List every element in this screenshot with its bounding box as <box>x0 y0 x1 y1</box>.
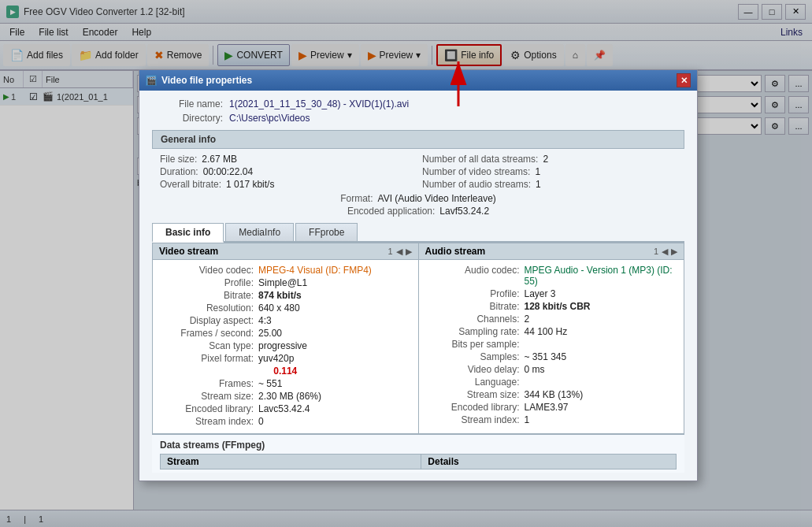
modal-overlay: 🎬 Video file properties ✕ File name: 1(2… <box>0 0 812 527</box>
audio-stream-size-label: Stream size: <box>425 389 520 400</box>
video-stream-label: Video stream <box>159 246 218 257</box>
audio-language-row: Language: <box>425 377 678 388</box>
encoded-label: Encoded application: <box>347 206 435 217</box>
video-aspect-label: Display aspect: <box>159 315 254 326</box>
encoded-row: Encoded application: Lavf53.24.2 <box>152 206 684 217</box>
duration-value: 00:00:22.04 <box>203 166 253 177</box>
bitrate-row: Overall bitrate: 1 017 kbit/s <box>160 179 414 190</box>
modal-close-button[interactable]: ✕ <box>677 73 691 87</box>
general-info-right: Number of all data streams: 2 Number of … <box>422 154 677 191</box>
video-stream-prev[interactable]: ◀ <box>396 247 402 257</box>
video-stream-panel: Video stream 1 ◀ ▶ Video codec: MPEG-4 V… <box>152 243 419 434</box>
num-video-value: 1 <box>535 166 540 177</box>
audio-stream-size-row: Stream size: 344 KB (13%) <box>425 389 678 400</box>
video-stream-size-row: Stream size: 2.30 MB (86%) <box>159 391 412 402</box>
video-frames-label: Frames: <box>159 378 254 389</box>
audio-codec-label: Audio codec: <box>425 265 520 287</box>
format-label: Format: <box>340 193 373 204</box>
audio-sampling-value: 44 100 Hz <box>525 326 568 337</box>
audio-stream-body: Audio codec: MPEG Audio - Version 1 (MP3… <box>419 260 684 432</box>
video-fps-row: Frames / second: 25.00 <box>159 328 412 339</box>
format-value: AVI (Audio Video Interleave) <box>378 193 496 204</box>
directory-row: Directory: C:\Users\pc\Videos <box>152 113 684 124</box>
num-audio-row: Number of audio streams: 1 <box>422 179 677 190</box>
audio-stream-next[interactable]: ▶ <box>671 247 677 257</box>
video-codec-label: Video codec: <box>159 265 254 276</box>
video-properties-modal: 🎬 Video file properties ✕ File name: 1(2… <box>139 69 698 481</box>
file-size-label: File size: <box>160 154 197 165</box>
file-name-row: File name: 1(2021_01_11_15_30_48) - XVID… <box>152 98 684 109</box>
video-bitrate-value: 874 kbit/s <box>258 290 302 301</box>
audio-encoded-lib-value: LAME3.97 <box>525 402 569 413</box>
tabs-bar: Basic info MediaInfo FFprobe <box>152 223 684 243</box>
video-profile-label: Profile: <box>159 277 254 288</box>
audio-codec-row: Audio codec: MPEG Audio - Version 1 (MP3… <box>425 265 678 287</box>
tab-basic-info[interactable]: Basic info <box>152 223 224 243</box>
video-stream-index-value: 0 <box>258 416 264 427</box>
video-frames-value: ~ 551 <box>258 378 282 389</box>
video-stream-num: 1 <box>387 247 392 256</box>
video-stream-size-label: Stream size: <box>159 391 254 402</box>
audio-codec-value: MPEG Audio - Version 1 (MP3) (ID: 55) <box>525 265 678 287</box>
stream-panels: Video stream 1 ◀ ▶ Video codec: MPEG-4 V… <box>152 243 684 434</box>
audio-encoded-lib-row: Encoded library: LAME3.97 <box>425 402 678 413</box>
audio-samples-value: ~ 351 345 <box>525 351 567 362</box>
audio-bits-label: Bits per sample: <box>425 339 520 350</box>
audio-stream-header-right: 1 ◀ ▶ <box>654 247 677 257</box>
audio-stream-prev[interactable]: ◀ <box>662 247 668 257</box>
video-encoded-lib-row: Encoded library: Lavc53.42.4 <box>159 403 412 414</box>
video-stream-index-row: Stream index: 0 <box>159 416 412 427</box>
video-ratio-row: 0.114 <box>159 366 412 377</box>
audio-bitrate-row: Bitrate: 128 kbit/s CBR <box>425 301 678 312</box>
col-stream: Stream <box>161 455 421 469</box>
num-streams-row: Number of all data streams: 2 <box>422 154 677 165</box>
bitrate-info-label: Overall bitrate: <box>160 179 221 190</box>
audio-stream-size-value: 344 KB (13%) <box>525 389 584 400</box>
video-resolution-row: Resolution: 640 x 480 <box>159 302 412 314</box>
video-bitrate-label: Bitrate: <box>159 290 254 301</box>
audio-stream-header: Audio stream 1 ◀ ▶ <box>419 243 684 260</box>
duration-row: Duration: 00:00:22.04 <box>160 166 414 177</box>
video-stream-body: Video codec: MPEG-4 Visual (ID: FMP4) Pr… <box>153 260 418 433</box>
video-bitrate-row: Bitrate: 874 kbit/s <box>159 290 412 301</box>
video-stream-next[interactable]: ▶ <box>406 247 412 257</box>
video-pixel-label: Pixel format: <box>159 353 254 364</box>
modal-body: File name: 1(2021_01_11_15_30_48) - XVID… <box>139 91 697 481</box>
audio-stream-index-row: Stream index: 1 <box>425 414 678 425</box>
video-codec-value: MPEG-4 Visual (ID: FMP4) <box>258 265 372 276</box>
data-streams-header: Data streams (FFmpeg) <box>160 440 677 451</box>
video-ratio-value: 0.114 <box>273 366 297 377</box>
video-aspect-row: Display aspect: 4:3 <box>159 315 412 326</box>
file-name-label: File name: <box>152 98 223 109</box>
video-stream-header: Video stream 1 ◀ ▶ <box>153 243 418 260</box>
audio-samples-row: Samples: ~ 351 345 <box>425 351 678 362</box>
modal-title-icon: 🎬 <box>146 75 157 86</box>
audio-bitrate-value: 128 kbit/s CBR <box>525 301 591 312</box>
audio-encoded-lib-label: Encoded library: <box>425 402 520 413</box>
col-details: Details <box>421 455 677 469</box>
duration-label: Duration: <box>160 166 198 177</box>
audio-bits-row: Bits per sample: <box>425 339 678 350</box>
num-video-label: Number of video streams: <box>422 166 530 177</box>
file-size-value: 2.67 MB <box>202 154 237 165</box>
video-profile-row: Profile: Simple@L1 <box>159 277 412 288</box>
video-stream-header-right: 1 ◀ ▶ <box>387 247 411 257</box>
modal-title-bar: 🎬 Video file properties ✕ <box>139 70 697 91</box>
audio-stream-index-value: 1 <box>525 414 530 425</box>
tab-ffprobe[interactable]: FFprobe <box>295 223 358 241</box>
audio-delay-label: Video delay: <box>425 364 520 375</box>
audio-profile-value: Layer 3 <box>525 288 556 299</box>
video-pixel-row: Pixel format: yuv420p <box>159 353 412 364</box>
audio-language-label: Language: <box>425 377 520 388</box>
audio-delay-value: 0 ms <box>525 364 545 375</box>
data-streams-section: Data streams (FFmpeg) Stream Details <box>152 434 684 473</box>
video-stream-size-value: 2.30 MB (86%) <box>258 391 321 402</box>
audio-channels-row: Channels: 2 <box>425 314 678 325</box>
general-info-grid: File size: 2.67 MB Duration: 00:00:22.04… <box>152 154 684 191</box>
video-aspect-value: 4:3 <box>258 315 272 326</box>
video-scan-value: progressive <box>258 340 307 351</box>
tab-mediainfo[interactable]: MediaInfo <box>225 223 294 241</box>
bitrate-info-value: 1 017 kbit/s <box>226 179 274 190</box>
audio-stream-index-label: Stream index: <box>425 414 520 425</box>
directory-label: Directory: <box>152 113 223 124</box>
